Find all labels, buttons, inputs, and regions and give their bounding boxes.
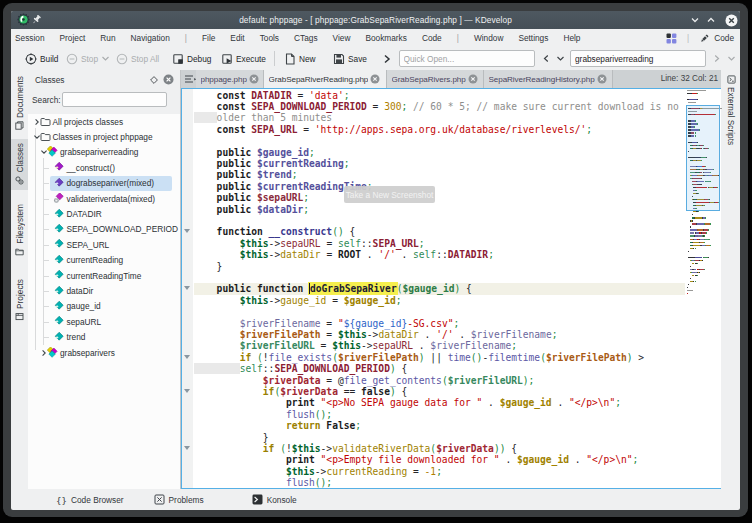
code-line[interactable]: $this->currentReading = -1; [194,466,685,477]
search-dropdown-icon[interactable] [556,47,565,70]
minimize-button[interactable] [688,13,702,27]
tree-item-gauge-id[interactable]: gauge_id [28,299,180,314]
konsole-button[interactable]: Konsole [252,494,297,505]
code-line[interactable]: $riverFileURL = $this->sepaURL . $riverF… [194,340,685,351]
code-line[interactable]: public $currentReading; [194,158,685,169]
stop-all-button[interactable]: Stop All [116,47,159,70]
stop-button[interactable]: Stop [66,47,110,70]
menu-item-window[interactable]: Window [474,31,504,45]
save-button[interactable]: Save [333,47,367,70]
close-button[interactable] [724,13,738,27]
menu-item-tools[interactable]: Tools [260,31,279,45]
code-line[interactable]: flush(); [194,409,685,420]
code-line[interactable]: $this->gauge_id = $gauge_id; [194,295,685,306]
menu-item-session[interactable]: Session [15,31,45,45]
code-line[interactable]: $this->sepaURL = self::SEPA_URL; [194,238,685,249]
menu-item-ctags[interactable]: CTags [294,31,318,45]
toolbar-search-input[interactable] [570,50,706,67]
tab-close-icon[interactable] [249,74,259,84]
classes-search-input[interactable] [62,92,167,107]
code-line[interactable]: function __construct() { [194,226,685,237]
code-line[interactable]: public $gauge_id; [194,147,685,158]
tree-item-sepa-download-period[interactable]: SEPA_DOWNLOAD_PERIOD [28,222,180,237]
tab-close-icon[interactable] [370,74,380,84]
tree-item-classes-in-project-phppage[interactable]: Classes in project phppage [28,129,180,144]
menu-item-bookmarks[interactable]: Bookmarks [365,31,407,45]
code-browser-button[interactable]: {}Code Browser [56,495,124,505]
tree-item--construct-[interactable]: __construct() [28,160,180,175]
code-line[interactable]: } [194,432,685,443]
build-button[interactable]: Build [25,47,58,70]
code-line[interactable]: flush(); [194,477,685,488]
prev-match-icon[interactable] [542,47,551,70]
quick-open-input[interactable] [399,50,536,67]
code-line[interactable]: const SEPA_URL = 'http://apps.sepa.org.u… [194,124,685,135]
menu-item-settings[interactable]: Settings [518,31,548,45]
code-line[interactable] [194,135,685,146]
close-panel-icon[interactable] [163,74,174,85]
code-area[interactable]: const DATADIR = 'data'; const SEPA_DOWNL… [182,90,685,489]
code-line[interactable]: public function doGrabSepaRiver($gauge_i… [194,283,685,294]
menu-item-help[interactable]: Help [563,31,580,45]
code-line[interactable] [194,215,685,226]
code-line[interactable]: return False; [194,420,685,431]
menu-item-edit[interactable]: Edit [230,31,244,45]
menu-item-project[interactable]: Project [60,31,86,45]
tree-item-datadir[interactable]: dataDir [28,283,180,298]
area-code-label[interactable]: Code [714,33,734,43]
dock-tab-projects[interactable]: Projects [11,274,28,326]
classes-panel-header[interactable]: Classes [28,70,180,90]
next-match-icon[interactable] [712,47,721,70]
code-line[interactable]: $riverFilename = "${gauge_id}-SG.csv"; [194,318,685,329]
editor-tab-grabseparivers.php[interactable]: GrabSepaRivers.php [387,70,484,88]
code-line[interactable]: older than 5 minutes [194,112,685,123]
maximize-button[interactable] [704,13,718,27]
code-line[interactable]: print "<p>Empty file downloaded for " . … [194,454,685,465]
code-line[interactable]: } [194,261,685,272]
editor-tab-separiverreadinghistory.php[interactable]: SepaRiverReadingHistory.php [484,70,613,88]
menu-item-run[interactable]: Run [100,31,115,45]
code-line[interactable]: const SEPA_DOWNLOAD_PERIOD = 300; // 60 … [194,101,685,112]
editor-tab-grabsepariverreading.php[interactable]: GrabSepaRiverReading.php [264,70,387,88]
menu-item-view[interactable]: View [333,31,351,45]
code-line[interactable]: public $currentReadingTime; [194,181,685,192]
dock-tab-documents[interactable]: Documents [11,72,28,134]
minimap-scrollbar[interactable] [686,89,721,488]
dock-tab-classes[interactable]: Classes [11,139,28,190]
tree-item-sepaurl[interactable]: sepaURL [28,314,180,329]
code-line[interactable]: print "<p>No SEPA gauge data for " . $ga… [194,397,685,408]
titlebar[interactable]: default: phppage - [ phppage:GrabSepaRiv… [11,11,740,29]
toolbar-overflow-icon[interactable] [382,47,392,70]
code-line[interactable]: public $trend; [194,169,685,180]
tree-item-currentreadingtime[interactable]: currentReadingTime [28,268,180,283]
tab-close-icon[interactable] [468,74,478,84]
code-line[interactable]: if (!$this->validateRiverData($riverData… [194,443,685,454]
tree-item-datadir[interactable]: DATADIR [28,206,180,221]
tree-item-validateriverdata-mixed-[interactable]: validateriverdata(mixed) [28,191,180,206]
menu-item-navigation[interactable]: Navigation [131,31,170,45]
code-line[interactable]: public $dataDir; [194,204,685,215]
dock-tab-filesystem[interactable]: Filesystem [11,199,28,261]
tree-item-sepa-url[interactable]: SEPA_URL [28,237,180,252]
menu-item-file[interactable]: File [202,31,215,45]
menu-item-code[interactable]: Code [422,31,442,45]
area-switcher[interactable]: | Code [666,33,734,44]
code-line[interactable]: const DATADIR = 'data'; [194,90,685,101]
tree-item-grabsepariverreading[interactable]: grabsepariverreading [28,145,180,160]
execute-button[interactable]: Execute [221,47,266,70]
code-line[interactable]: $riverData = @file_get_contents($riverFi… [194,375,685,386]
code-editor[interactable]: const DATADIR = 'data'; const SEPA_DOWNL… [181,88,721,489]
code-line[interactable]: if (!file_exists($riverFilePath) || time… [194,352,685,363]
code-line[interactable]: $riverFilePath = $this->dataDir . '/' . … [194,329,685,340]
working-set-icon[interactable] [666,33,677,44]
code-line[interactable]: self::SEPA_DOWNLOAD_PERIOD) { [194,363,685,374]
code-line[interactable]: if($riverData == false) { [194,386,685,397]
editor-tab-phppage.php[interactable]: phppage.php [196,70,264,88]
tree-item-trend[interactable]: trend [28,330,180,345]
new-button[interactable]: New [284,47,316,70]
problems-button[interactable]: Problems [154,494,204,505]
dock-tab-external-scripts[interactable]: External Scripts [722,75,740,145]
tree-item-grabseparivers[interactable]: grabseparivers [28,345,180,360]
minimap-viewport[interactable] [686,105,720,211]
code-line[interactable] [194,306,685,317]
